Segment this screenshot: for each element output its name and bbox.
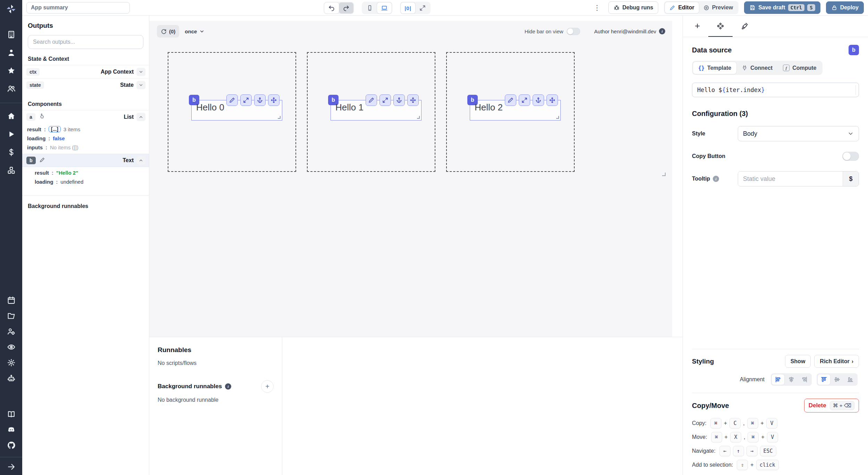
audit-logs-eye-icon[interactable]: [7, 342, 16, 352]
grid-resize-corner[interactable]: [662, 173, 666, 176]
add-background-runnable-button[interactable]: +: [261, 380, 274, 393]
expand-icon[interactable]: [379, 94, 391, 106]
redo-button[interactable]: [339, 2, 353, 14]
desktop-view-button[interactable]: [377, 2, 392, 14]
style-select[interactable]: Body: [738, 126, 859, 141]
editor-tab[interactable]: Editor: [665, 2, 699, 13]
app-summary-input[interactable]: [26, 2, 130, 14]
info-icon[interactable]: i: [225, 383, 231, 390]
list-item-container-1[interactable]: b Hello 1: [307, 52, 435, 172]
component-b-collapse-chevron-up-icon[interactable]: [136, 156, 145, 165]
align-center-horizontal-button[interactable]: [785, 374, 798, 385]
a-loading-row[interactable]: loading : false: [27, 135, 146, 141]
resize-handle[interactable]: [417, 116, 420, 119]
user-icon[interactable]: [7, 48, 16, 57]
move-icon[interactable]: [407, 94, 419, 106]
discord-icon[interactable]: [7, 425, 16, 434]
styling-tab[interactable]: [733, 16, 757, 37]
hide-bar-toggle[interactable]: [567, 28, 580, 35]
more-menu-icon[interactable]: ⋮: [592, 3, 603, 12]
text-component-0[interactable]: b Hello 0: [191, 100, 282, 120]
anchor-icon[interactable]: [254, 94, 266, 106]
groups-icon[interactable]: [7, 84, 16, 93]
resources-boxes-icon[interactable]: [7, 166, 16, 175]
app-canvas[interactable]: (0) once Hide bar on view Author henri@w…: [149, 21, 672, 337]
fullscreen-button[interactable]: [415, 2, 430, 14]
windmill-logo-icon[interactable]: [5, 3, 17, 15]
align-top-button[interactable]: [818, 374, 830, 385]
move-icon[interactable]: [268, 94, 279, 106]
variables-dollar-icon[interactable]: [7, 148, 16, 157]
info-icon[interactable]: i: [713, 176, 719, 182]
schedules-calendar-icon[interactable]: [7, 295, 16, 305]
folders-icon[interactable]: [7, 311, 16, 320]
a-result-row[interactable]: result : [...] 3 items: [27, 126, 146, 132]
debug-runs-button[interactable]: Debug runs: [608, 1, 659, 14]
b-loading-row[interactable]: loading : undefined: [35, 179, 146, 185]
deploy-button[interactable]: Deploy: [826, 1, 864, 14]
center-content-button[interactable]: |0|: [401, 2, 415, 14]
b-result-row[interactable]: result : "Hello 2": [35, 170, 146, 176]
github-icon[interactable]: [7, 441, 16, 450]
runs-play-icon[interactable]: [7, 130, 16, 139]
template-mode-tab[interactable]: {} Template: [693, 62, 736, 74]
info-icon[interactable]: i: [659, 28, 665, 34]
rich-editor-button[interactable]: Rich Editor ›: [814, 355, 859, 368]
resize-handle[interactable]: [278, 116, 281, 119]
component-a-collapse-chevron-up-icon[interactable]: [136, 113, 145, 121]
template-code-input[interactable]: Hello ${iter.index}: [692, 83, 859, 97]
state-expand-chevron-down-icon[interactable]: [136, 81, 145, 89]
preview-tab[interactable]: Preview: [699, 2, 737, 13]
resize-handle[interactable]: [556, 116, 559, 119]
a-result-array-chip[interactable]: [...]: [49, 126, 61, 132]
text-component-2[interactable]: b Hello 2: [470, 100, 561, 120]
align-center-vertical-button[interactable]: [831, 374, 843, 385]
template-tab-label: Template: [707, 65, 731, 71]
delete-component-button[interactable]: Delete ⌘ + ⌫: [804, 399, 859, 412]
rename-pencil-icon[interactable]: [39, 157, 45, 164]
ctx-expand-chevron-down-icon[interactable]: [136, 68, 145, 76]
edit-pencil-icon[interactable]: [505, 94, 516, 106]
code-expression: iter.index: [726, 86, 761, 93]
text-component-1[interactable]: b Hello 1: [331, 100, 422, 120]
list-item-container-2[interactable]: b Hello 2: [446, 52, 575, 172]
settings-gear-icon[interactable]: [7, 358, 16, 367]
move-icon[interactable]: [546, 94, 558, 106]
home-icon[interactable]: [7, 111, 16, 121]
a-inputs-row[interactable]: inputs : No items ([]): [27, 144, 146, 150]
edit-pencil-icon[interactable]: [366, 94, 377, 106]
connect-mode-tab[interactable]: Connect: [736, 62, 778, 74]
refresh-count-button[interactable]: (0): [157, 25, 179, 38]
refresh-policy-dropdown[interactable]: once: [185, 28, 205, 34]
anchor-icon[interactable]: [393, 94, 405, 106]
align-left-button[interactable]: [772, 374, 784, 385]
state-row[interactable]: state State: [22, 78, 149, 91]
expand-icon[interactable]: [519, 94, 530, 106]
workers-icon[interactable]: [7, 327, 16, 336]
undo-button[interactable]: [324, 2, 339, 14]
show-styling-button[interactable]: Show: [785, 355, 811, 368]
list-item-container-0[interactable]: b Hello 0: [168, 52, 296, 172]
expand-icon[interactable]: [240, 94, 252, 106]
save-draft-button[interactable]: Save draft Ctrl S: [744, 1, 820, 14]
favorites-star-icon[interactable]: [7, 66, 16, 75]
compute-mode-tab[interactable]: ƒ Compute: [778, 62, 821, 74]
component-settings-tab[interactable]: [708, 16, 733, 37]
copy-button-toggle[interactable]: [842, 152, 859, 161]
workspace-icon[interactable]: [7, 30, 16, 39]
search-outputs-input[interactable]: [28, 35, 143, 49]
expand-sidebar-arrow-icon[interactable]: [7, 462, 16, 472]
tooltip-static-value-input[interactable]: [738, 172, 843, 186]
anchor-icon[interactable]: [533, 94, 544, 106]
component-b-row-selected[interactable]: b Text: [22, 154, 149, 167]
dynamic-value-dollar-button[interactable]: $: [843, 172, 859, 186]
component-a-row[interactable]: a List: [22, 110, 149, 123]
align-right-button[interactable]: [798, 374, 811, 385]
docs-book-icon[interactable]: [7, 409, 16, 419]
align-bottom-button[interactable]: [844, 374, 857, 385]
insert-component-tab[interactable]: +: [686, 16, 708, 37]
edit-pencil-icon[interactable]: [226, 94, 238, 106]
mobile-view-button[interactable]: [362, 2, 377, 14]
ai-robot-icon[interactable]: [7, 374, 16, 383]
ctx-row[interactable]: ctx App Context: [22, 65, 149, 78]
